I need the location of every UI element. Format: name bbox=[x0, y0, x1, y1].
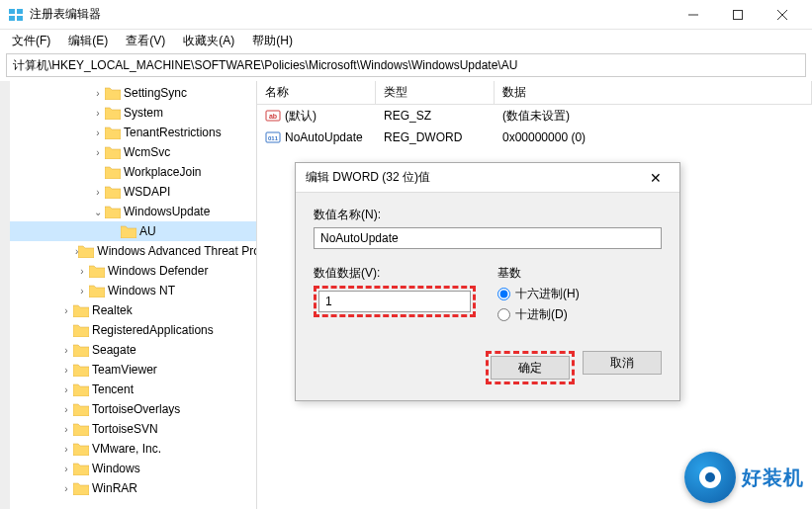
tree-label: WSDAPI bbox=[124, 185, 170, 199]
svg-rect-2 bbox=[9, 16, 15, 21]
tree-item[interactable]: RegisteredApplications bbox=[0, 320, 256, 340]
tree-expander-icon[interactable]: › bbox=[59, 305, 73, 316]
radio-hex-input[interactable] bbox=[497, 288, 510, 300]
tree-expander-icon[interactable]: › bbox=[91, 147, 105, 158]
close-button[interactable] bbox=[760, 0, 804, 30]
tree-label: Realtek bbox=[92, 303, 133, 317]
tree-expander-icon[interactable]: › bbox=[91, 187, 105, 198]
folder-icon bbox=[89, 285, 105, 297]
tree-item[interactable]: ›WinRAR bbox=[0, 478, 256, 498]
tree-item[interactable]: ›TenantRestrictions bbox=[0, 123, 256, 142]
tree-label: Windows Advanced Threat Protection bbox=[97, 244, 257, 258]
tree-expander-icon[interactable]: › bbox=[59, 464, 73, 474]
tree-expander-icon[interactable]: › bbox=[59, 404, 73, 415]
col-type[interactable]: 类型 bbox=[376, 81, 495, 104]
tree-expander-icon[interactable]: › bbox=[59, 444, 73, 455]
tree-expander-icon[interactable]: › bbox=[59, 424, 73, 435]
svg-text:011: 011 bbox=[268, 135, 279, 141]
svg-text:ab: ab bbox=[269, 113, 277, 120]
folder-icon bbox=[73, 443, 89, 456]
list-row[interactable]: 011NoAutoUpdateREG_DWORD0x00000000 (0) bbox=[257, 127, 812, 148]
menu-help[interactable]: 帮助(H) bbox=[244, 31, 301, 51]
menu-favorites[interactable]: 收藏夹(A) bbox=[175, 31, 242, 51]
list-row[interactable]: ab(默认)REG_SZ(数值未设置) bbox=[257, 105, 812, 127]
dialog-titlebar[interactable]: 编辑 DWORD (32 位)值 ✕ bbox=[296, 163, 679, 193]
dialog-close-icon[interactable]: ✕ bbox=[642, 170, 670, 186]
tree-label: TortoiseOverlays bbox=[92, 402, 180, 416]
tree-pane[interactable]: ›SettingSync›System›TenantRestrictions›W… bbox=[0, 81, 257, 509]
cancel-button[interactable]: 取消 bbox=[583, 351, 662, 375]
tree-item[interactable]: ›TeamViewer bbox=[0, 360, 256, 380]
tree-expander-icon[interactable]: › bbox=[91, 127, 105, 138]
menu-view[interactable]: 查看(V) bbox=[118, 31, 173, 51]
ok-button[interactable]: 确定 bbox=[491, 356, 570, 380]
tree-expander-icon[interactable]: › bbox=[75, 266, 89, 277]
folder-icon bbox=[73, 383, 89, 396]
tree-item[interactable]: ⌄WindowsUpdate bbox=[0, 202, 256, 221]
base-label: 基数 bbox=[497, 265, 662, 282]
radio-hex[interactable]: 十六进制(H) bbox=[497, 286, 662, 302]
tree-item[interactable]: ›SettingSync bbox=[0, 83, 256, 103]
tree-expander-icon[interactable]: › bbox=[59, 345, 73, 356]
tree-item[interactable]: ›TortoiseSVN bbox=[0, 419, 256, 439]
tree-item[interactable]: ›Tencent bbox=[0, 380, 256, 399]
tree-expander-icon[interactable]: › bbox=[59, 483, 73, 494]
tree-expander-icon[interactable]: › bbox=[91, 108, 105, 119]
folder-icon bbox=[105, 107, 121, 120]
tree-label: System bbox=[124, 106, 163, 120]
tree-item[interactable]: ›VMware, Inc. bbox=[0, 439, 256, 459]
folder-icon bbox=[105, 206, 121, 218]
value-data-input[interactable] bbox=[318, 291, 471, 312]
col-name[interactable]: 名称 bbox=[257, 81, 376, 104]
window-title: 注册表编辑器 bbox=[30, 6, 671, 23]
value-data: (数值未设置) bbox=[495, 106, 812, 127]
value-type: REG_DWORD bbox=[376, 128, 495, 146]
radio-dec-input[interactable] bbox=[497, 308, 510, 321]
tree-item[interactable]: ›System bbox=[0, 103, 256, 123]
tree-item[interactable]: ›Realtek bbox=[0, 300, 256, 320]
tree-item[interactable]: ›Windows Advanced Threat Protection bbox=[0, 241, 256, 261]
tree-item[interactable]: ›Windows NT bbox=[0, 281, 256, 300]
dialog-title-text: 编辑 DWORD (32 位)值 bbox=[306, 169, 642, 186]
tree-label: Windows NT bbox=[108, 284, 175, 297]
tree-expander-icon[interactable]: › bbox=[91, 88, 105, 99]
tree-item[interactable]: ›Seagate bbox=[0, 340, 256, 360]
folder-icon bbox=[89, 265, 105, 278]
menu-edit[interactable]: 编辑(E) bbox=[60, 31, 116, 51]
window-titlebar: 注册表编辑器 bbox=[0, 0, 812, 30]
regedit-icon bbox=[8, 7, 24, 23]
folder-icon bbox=[73, 364, 89, 377]
tree-expander-icon[interactable]: › bbox=[75, 286, 89, 297]
value-name-label: 数值名称(N): bbox=[314, 207, 662, 223]
tree-expander-icon[interactable]: › bbox=[59, 384, 73, 395]
tree-item[interactable]: ›Windows bbox=[0, 459, 256, 478]
tree-item[interactable]: ›WcmSvc bbox=[0, 142, 256, 162]
folder-icon bbox=[73, 403, 89, 416]
menubar: 文件(F) 编辑(E) 查看(V) 收藏夹(A) 帮助(H) bbox=[0, 30, 812, 51]
value-name-input[interactable] bbox=[314, 227, 662, 249]
tree-label: WindowsUpdate bbox=[124, 205, 210, 218]
value-name: NoAutoUpdate bbox=[285, 130, 363, 144]
tree-item[interactable]: ›Windows Defender bbox=[0, 261, 256, 281]
tree-expander-icon[interactable]: ⌄ bbox=[91, 207, 105, 217]
tree-label: WinRAR bbox=[92, 481, 137, 495]
watermark-logo bbox=[684, 452, 736, 503]
address-text: 计算机\HKEY_LOCAL_MACHINE\SOFTWARE\Policies… bbox=[13, 57, 517, 74]
value-type: REG_SZ bbox=[376, 107, 495, 125]
tree-label: Windows Defender bbox=[108, 264, 208, 278]
tree-item[interactable]: ›WSDAPI bbox=[0, 182, 256, 202]
minimize-button[interactable] bbox=[671, 0, 715, 30]
tree-item[interactable]: ›TortoiseOverlays bbox=[0, 399, 256, 419]
tree-item[interactable]: WorkplaceJoin bbox=[0, 162, 256, 182]
menu-file[interactable]: 文件(F) bbox=[4, 31, 58, 51]
radio-dec[interactable]: 十进制(D) bbox=[497, 306, 662, 323]
address-bar[interactable]: 计算机\HKEY_LOCAL_MACHINE\SOFTWARE\Policies… bbox=[6, 53, 806, 77]
maximize-button[interactable] bbox=[715, 0, 760, 30]
highlight-ok-button: 确定 bbox=[486, 351, 575, 384]
folder-icon bbox=[105, 127, 121, 139]
col-data[interactable]: 数据 bbox=[495, 81, 812, 104]
tree-item[interactable]: AU bbox=[0, 221, 256, 241]
folder-icon bbox=[105, 87, 121, 100]
tree-label: TenantRestrictions bbox=[124, 126, 222, 139]
tree-expander-icon[interactable]: › bbox=[59, 365, 73, 376]
